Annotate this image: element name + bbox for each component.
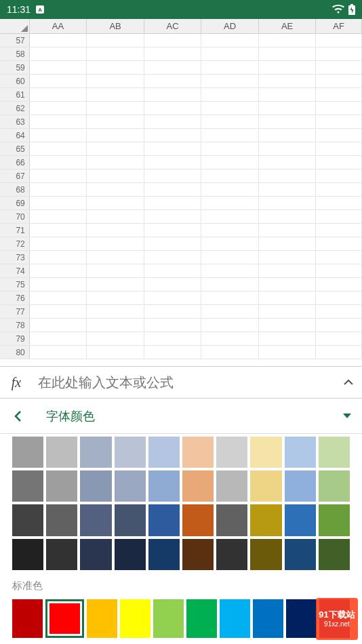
cell[interactable] xyxy=(316,75,362,87)
color-swatch[interactable] xyxy=(12,539,43,570)
color-swatch[interactable] xyxy=(80,539,111,570)
cell[interactable] xyxy=(87,197,144,209)
cell[interactable] xyxy=(30,237,87,250)
cell[interactable] xyxy=(87,251,144,264)
cell[interactable] xyxy=(259,251,317,264)
cell[interactable] xyxy=(30,291,87,304)
cell[interactable] xyxy=(259,129,317,142)
color-swatch[interactable] xyxy=(148,539,180,570)
cell[interactable] xyxy=(201,183,259,196)
color-swatch[interactable] xyxy=(12,437,43,468)
cell[interactable] xyxy=(201,102,259,115)
cell[interactable] xyxy=(30,142,87,155)
cell[interactable] xyxy=(30,278,87,291)
cell[interactable] xyxy=(144,291,202,304)
cell[interactable] xyxy=(30,346,87,359)
cell[interactable] xyxy=(30,183,87,196)
cell[interactable] xyxy=(259,47,317,60)
standard-color-swatch[interactable] xyxy=(153,599,184,638)
row-header[interactable]: 78 xyxy=(0,319,30,331)
cell[interactable] xyxy=(30,305,87,318)
cell[interactable] xyxy=(144,319,202,331)
cell[interactable] xyxy=(87,129,144,142)
row-header[interactable]: 70 xyxy=(0,210,30,223)
cell[interactable] xyxy=(316,224,362,237)
color-swatch[interactable] xyxy=(12,504,43,536)
cell[interactable] xyxy=(316,129,362,142)
cell[interactable] xyxy=(201,75,259,87)
cell[interactable] xyxy=(30,34,87,47)
cell[interactable] xyxy=(259,197,317,209)
standard-color-swatch[interactable] xyxy=(120,599,150,638)
cell[interactable] xyxy=(201,264,259,277)
cell[interactable] xyxy=(87,142,144,155)
color-swatch[interactable] xyxy=(80,470,111,502)
row-header[interactable]: 61 xyxy=(0,88,30,101)
cell[interactable] xyxy=(144,346,202,359)
cell[interactable] xyxy=(87,305,144,318)
cell[interactable] xyxy=(259,224,317,237)
color-swatch[interactable] xyxy=(250,539,281,570)
row-header[interactable]: 69 xyxy=(0,197,30,209)
cell[interactable] xyxy=(259,305,317,318)
row-header[interactable]: 64 xyxy=(0,129,30,142)
cell[interactable] xyxy=(259,102,317,115)
cell[interactable] xyxy=(87,34,144,47)
cell[interactable] xyxy=(259,34,317,47)
cell[interactable] xyxy=(87,88,144,101)
cell[interactable] xyxy=(316,264,362,277)
cell[interactable] xyxy=(316,47,362,60)
cell[interactable] xyxy=(259,210,317,223)
cell[interactable] xyxy=(259,75,317,87)
cell[interactable] xyxy=(259,346,317,359)
cell[interactable] xyxy=(144,210,202,223)
standard-color-swatch[interactable] xyxy=(12,599,43,638)
cell[interactable] xyxy=(259,61,317,74)
color-swatch[interactable] xyxy=(12,470,43,502)
color-swatch[interactable] xyxy=(148,437,180,468)
cell[interactable] xyxy=(30,75,87,87)
row-header[interactable]: 72 xyxy=(0,237,30,250)
cell[interactable] xyxy=(259,115,317,128)
cell[interactable] xyxy=(259,264,317,277)
cell[interactable] xyxy=(87,278,144,291)
cell[interactable] xyxy=(259,156,317,169)
cell[interactable] xyxy=(201,156,259,169)
cell[interactable] xyxy=(87,102,144,115)
standard-color-swatch[interactable] xyxy=(286,599,317,638)
cell[interactable] xyxy=(201,129,259,142)
cell[interactable] xyxy=(316,88,362,101)
col-header[interactable]: AA xyxy=(30,19,87,33)
standard-color-swatch[interactable] xyxy=(87,599,117,638)
cell[interactable] xyxy=(144,142,202,155)
color-swatch[interactable] xyxy=(250,470,281,502)
cell[interactable] xyxy=(30,156,87,169)
color-swatch[interactable] xyxy=(216,470,247,502)
color-swatch[interactable] xyxy=(216,437,247,468)
cell[interactable] xyxy=(87,183,144,196)
cell[interactable] xyxy=(259,319,317,331)
color-swatch[interactable] xyxy=(216,539,247,570)
row-header[interactable]: 63 xyxy=(0,115,30,128)
cell[interactable] xyxy=(201,115,259,128)
cell[interactable] xyxy=(259,237,317,250)
col-header[interactable]: AB xyxy=(87,19,144,33)
col-header[interactable]: AC xyxy=(144,19,202,33)
row-header[interactable]: 73 xyxy=(0,251,30,264)
cell[interactable] xyxy=(201,210,259,223)
col-header[interactable]: AE xyxy=(259,19,317,33)
row-header[interactable]: 68 xyxy=(0,183,30,196)
color-swatch[interactable] xyxy=(250,504,281,536)
color-swatch[interactable] xyxy=(80,437,111,468)
row-header[interactable]: 80 xyxy=(0,346,30,359)
standard-color-swatch[interactable] xyxy=(186,599,217,638)
cell[interactable] xyxy=(87,210,144,223)
cell[interactable] xyxy=(144,75,202,87)
cell[interactable] xyxy=(87,169,144,182)
cell[interactable] xyxy=(30,102,87,115)
standard-color-swatch[interactable] xyxy=(220,599,250,638)
cell[interactable] xyxy=(201,319,259,331)
cell[interactable] xyxy=(201,291,259,304)
cell[interactable] xyxy=(201,61,259,74)
cell[interactable] xyxy=(144,224,202,237)
